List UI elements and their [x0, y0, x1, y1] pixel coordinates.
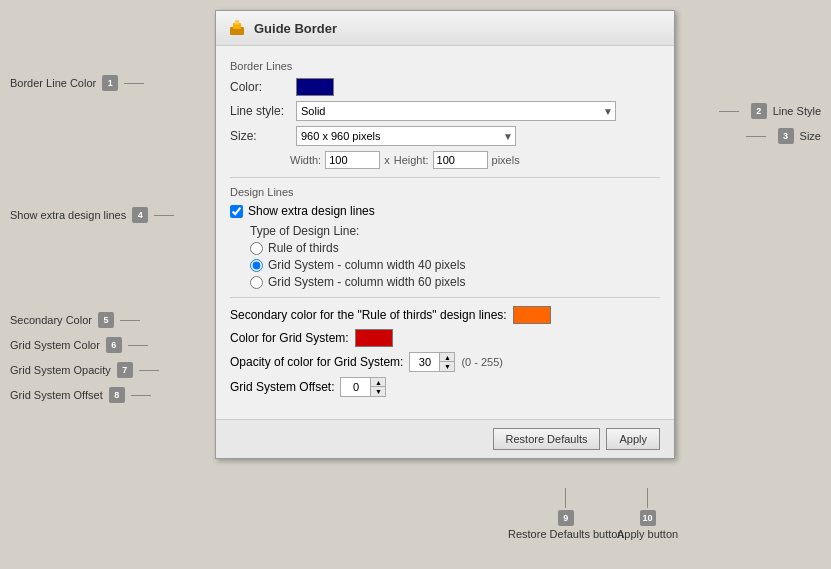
title-bar: Guide Border [216, 11, 674, 46]
color-row: Color: [230, 78, 660, 96]
annotation-secondary-color: Secondary Color 5 [10, 312, 140, 328]
secondary-color-row: Secondary color for the "Rule of thirds"… [230, 306, 660, 324]
opacity-spinner: ▲ ▼ [409, 352, 455, 372]
line-style-label: Line style: [230, 104, 290, 118]
grid-color-label: Color for Grid System: [230, 331, 349, 345]
line-style-dropdown-wrapper: Solid Dashed Dotted ▼ [296, 101, 616, 121]
dialog-content: Border Lines Color: Line style: Solid Da… [216, 46, 674, 419]
size-row: Size: 960 x 960 pixels 1920 x 1080 pixel… [230, 126, 660, 146]
annotation-apply-button: 10 Apply button [617, 488, 678, 540]
color-label: Color: [230, 80, 290, 94]
radio-group: Rule of thirds Grid System - column widt… [250, 241, 660, 289]
grid-color-swatch[interactable] [355, 329, 393, 347]
annotation-size: Size 3 [746, 128, 821, 144]
title-icon [228, 19, 246, 37]
offset-spinner-buttons: ▲ ▼ [371, 378, 385, 396]
separator-2 [230, 297, 660, 298]
annotation-grid-system-color: Grid System Color 6 [10, 337, 148, 353]
show-extra-label: Show extra design lines [248, 204, 375, 218]
opacity-row: Opacity of color for Grid System: ▲ ▼ (0… [230, 352, 660, 372]
separator-1 [230, 177, 660, 178]
design-lines-section-label: Design Lines [230, 186, 660, 198]
opacity-label: Opacity of color for Grid System: [230, 355, 403, 369]
pixels-label: pixels [492, 154, 520, 166]
radio-grid-60[interactable] [250, 276, 263, 289]
annotation-restore-defaults: 9 Restore Defaults button [508, 488, 624, 540]
show-extra-checkbox-row: Show extra design lines [230, 204, 660, 218]
offset-input[interactable] [341, 378, 371, 396]
secondary-color-swatch[interactable] [513, 306, 551, 324]
border-color-swatch[interactable] [296, 78, 334, 96]
radio-label-3: Grid System - column width 60 pixels [268, 275, 465, 289]
offset-up-button[interactable]: ▲ [371, 378, 385, 387]
opacity-down-button[interactable]: ▼ [440, 362, 454, 371]
radio-rule-thirds[interactable] [250, 242, 263, 255]
border-lines-section-label: Border Lines [230, 60, 660, 72]
grid-color-row: Color for Grid System: [230, 329, 660, 347]
opacity-spinner-buttons: ▲ ▼ [440, 353, 454, 371]
restore-defaults-button[interactable]: Restore Defaults [493, 428, 601, 450]
radio-label-2: Grid System - column width 40 pixels [268, 258, 465, 272]
height-label: Height: [394, 154, 429, 166]
radio-row-2: Grid System - column width 40 pixels [250, 258, 660, 272]
radio-row-1: Rule of thirds [250, 241, 660, 255]
offset-down-button[interactable]: ▼ [371, 387, 385, 396]
line-style-row: Line style: Solid Dashed Dotted ▼ [230, 101, 660, 121]
size-select[interactable]: 960 x 960 pixels 1920 x 1080 pixels Cust… [296, 126, 516, 146]
type-of-design-label: Type of Design Line: [250, 224, 660, 238]
annotation-show-extra: Show extra design lines 4 [10, 207, 174, 223]
opacity-up-button[interactable]: ▲ [440, 353, 454, 362]
dialog-title: Guide Border [254, 21, 337, 36]
size-dropdown-wrapper: 960 x 960 pixels 1920 x 1080 pixels Cust… [296, 126, 516, 146]
offset-label: Grid System Offset: [230, 380, 334, 394]
radio-label-1: Rule of thirds [268, 241, 339, 255]
annotation-grid-opacity: Grid System Opacity 7 [10, 362, 159, 378]
footer-buttons: Restore Defaults Apply [216, 419, 674, 458]
guide-border-dialog: Guide Border Border Lines Color: Line st… [215, 10, 675, 459]
radio-row-3: Grid System - column width 60 pixels [250, 275, 660, 289]
radio-grid-40[interactable] [250, 259, 263, 272]
x-label: x [384, 154, 390, 166]
width-label: Width: [290, 154, 321, 166]
show-extra-checkbox[interactable] [230, 205, 243, 218]
apply-button[interactable]: Apply [606, 428, 660, 450]
opacity-range-text: (0 - 255) [461, 356, 503, 368]
annotation-border-line-color: Border Line Color 1 [10, 75, 144, 91]
offset-spinner: ▲ ▼ [340, 377, 386, 397]
line-style-select[interactable]: Solid Dashed Dotted [296, 101, 616, 121]
height-input[interactable] [433, 151, 488, 169]
annotation-line-style: Line Style 2 [719, 103, 821, 119]
pixel-inputs-row: Width: x Height: pixels [290, 151, 660, 169]
svg-rect-2 [235, 20, 239, 25]
size-label: Size: [230, 129, 290, 143]
secondary-color-label: Secondary color for the "Rule of thirds"… [230, 308, 507, 322]
offset-row: Grid System Offset: ▲ ▼ [230, 377, 660, 397]
opacity-input[interactable] [410, 353, 440, 371]
width-input[interactable] [325, 151, 380, 169]
annotation-grid-offset: Grid System Offset 8 [10, 387, 151, 403]
